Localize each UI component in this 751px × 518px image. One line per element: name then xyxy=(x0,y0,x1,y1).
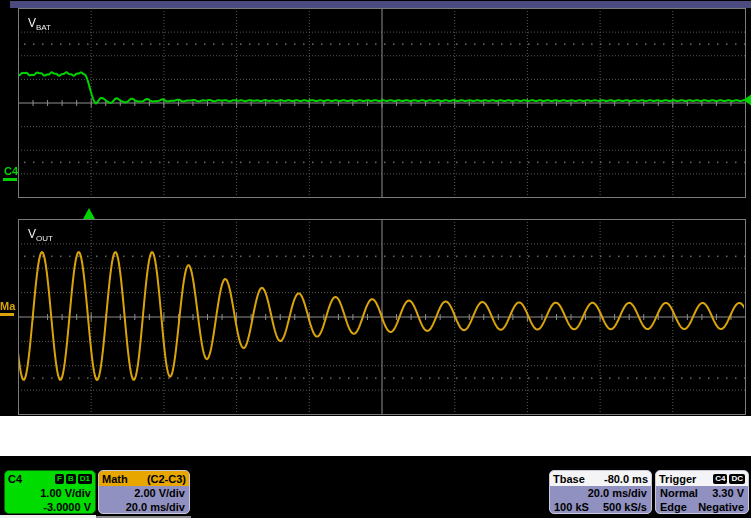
tbase-title: Tbase xyxy=(553,473,585,485)
vout-label: VOUT xyxy=(28,228,53,245)
math-channel-marker[interactable]: Ma xyxy=(0,301,15,312)
c4-badge-d1: D1 xyxy=(78,474,92,484)
trigger-type: Edge xyxy=(660,500,687,514)
tbase-delay: -80.0 ms xyxy=(604,473,648,485)
trigger-coupling-badge: DC xyxy=(729,474,745,484)
trigger-descriptor-box[interactable]: Trigger C4 DC Normal3.30 V EdgeNegative xyxy=(655,470,749,514)
c4-vdiv: 1.00 V/div xyxy=(40,486,91,500)
waveform-display xyxy=(0,0,751,460)
vbat-label: VBAT xyxy=(28,17,51,34)
math-subtitle: (C2-C3) xyxy=(147,473,186,485)
trigger-title: Trigger xyxy=(659,473,696,485)
c4-channel-marker[interactable]: C4 xyxy=(4,166,18,177)
c4-zero-level-marker[interactable] xyxy=(3,178,17,181)
trigger-mode: Normal xyxy=(660,486,698,500)
trigger-source-badge: C4 xyxy=(713,474,727,484)
math-descriptor-box[interactable]: Math (C2-C3) 2.00 V/div 20.0 ms/div xyxy=(98,470,190,514)
tbase-tdiv: 20.0 ms/div xyxy=(588,486,647,500)
timebase-descriptor-box[interactable]: Tbase -80.0 ms 20.0 ms/div 100 kS500 kS/… xyxy=(549,470,652,514)
trigger-slope: Negative xyxy=(698,500,744,514)
c4-badge-f: F xyxy=(55,474,64,484)
trigger-time-marker[interactable] xyxy=(83,208,95,219)
c4-descriptor-box[interactable]: C4 F B D1 1.00 V/div -3.0000 V xyxy=(4,470,96,514)
c4-title: C4 xyxy=(8,473,22,485)
c4-offset: -3.0000 V xyxy=(43,500,91,514)
tbase-rate: 500 kS/s xyxy=(603,500,647,514)
math-vdiv: 2.00 V/div xyxy=(134,486,185,500)
math-title: Math xyxy=(102,473,128,485)
math-tdiv: 20.0 ms/div xyxy=(126,500,185,514)
message-bar xyxy=(0,416,751,456)
tbase-samples: 100 kS xyxy=(554,500,589,514)
math-zero-level-marker[interactable] xyxy=(0,313,14,316)
trigger-level: 3.30 V xyxy=(712,486,744,500)
c4-badge-b: B xyxy=(66,474,76,484)
oscilloscope-screen: VBAT C4 VOUT Ma C4 F B D1 1.00 V/div -3.… xyxy=(0,0,751,518)
trigger-level-marker[interactable] xyxy=(743,94,751,106)
